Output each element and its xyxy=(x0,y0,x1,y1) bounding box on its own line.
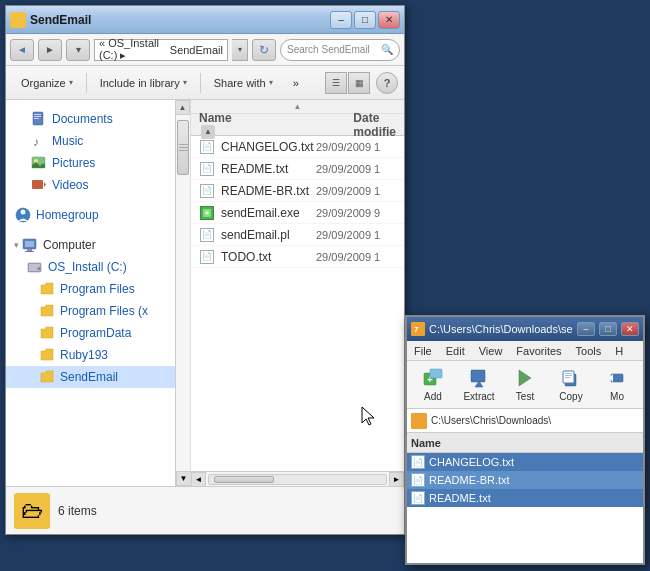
refresh-button[interactable]: ↻ xyxy=(252,39,276,61)
zip-window-icon: 7 xyxy=(411,322,425,336)
file-item-readme-br[interactable]: 📄 README-BR.txt 29/09/2009 1 xyxy=(191,180,404,202)
horiz-scroll-thumb[interactable] xyxy=(214,476,274,483)
ruby-label: Ruby193 xyxy=(60,348,108,362)
dropdown-button[interactable]: ▾ xyxy=(66,39,90,61)
file-item-readme[interactable]: 📄 README.txt 29/09/2009 1 xyxy=(191,158,404,180)
share-with-button[interactable]: Share with ▾ xyxy=(205,70,282,96)
zip-file-readme[interactable]: 📄 README.txt xyxy=(407,489,643,507)
pl-date: 29/09/2009 1 xyxy=(316,229,396,241)
sidebar-item-program-files[interactable]: Program Files xyxy=(6,278,175,300)
forward-button[interactable]: ► xyxy=(38,39,62,61)
sidebar-item-program-files-x[interactable]: Program Files (x xyxy=(6,300,175,322)
view-tile-button[interactable]: ▦ xyxy=(348,72,370,94)
close-button[interactable]: ✕ xyxy=(378,11,400,29)
minimize-button[interactable]: – xyxy=(330,11,352,29)
sidebar-item-documents[interactable]: Documents xyxy=(6,108,175,130)
name-column-header[interactable]: Name ▲ xyxy=(199,111,353,139)
scroll-thumb[interactable] xyxy=(177,120,189,175)
zip-window-title: C:\Users\Chris\Downloads\sendEmai xyxy=(429,323,573,335)
zip-close-button[interactable]: ✕ xyxy=(621,322,639,336)
sidebar-item-programdata[interactable]: ProgramData xyxy=(6,322,175,344)
horiz-scroll-right[interactable]: ► xyxy=(389,472,404,487)
include-library-button[interactable]: Include in library ▾ xyxy=(91,70,196,96)
readme-br-filename: README-BR.txt xyxy=(221,184,316,198)
zip-copy-icon xyxy=(560,367,582,389)
sidebar-item-videos[interactable]: Videos xyxy=(6,174,175,196)
zip-test-button[interactable]: Test xyxy=(503,364,547,406)
horiz-scroll-left[interactable]: ◄ xyxy=(191,472,206,487)
help-button[interactable]: ? xyxy=(376,72,398,94)
zip-menu-help[interactable]: H xyxy=(612,345,626,357)
zip-more-button[interactable]: Mo xyxy=(595,364,639,406)
txt-icon-2: 📄 xyxy=(200,162,214,176)
zip-minimize-button[interactable]: – xyxy=(577,322,595,336)
exe-filename: sendEmail.exe xyxy=(221,206,316,220)
address-dropdown-icon[interactable]: ▾ xyxy=(232,39,248,61)
changelog-filename: CHANGELOG.txt xyxy=(221,140,316,154)
sidebar-spacer xyxy=(6,196,175,204)
zip-test-icon xyxy=(514,367,536,389)
zip-menu-edit[interactable]: Edit xyxy=(443,345,468,357)
zip-maximize-button[interactable]: □ xyxy=(599,322,617,336)
more-options-button[interactable]: » xyxy=(284,70,308,96)
zip-menu-favorites[interactable]: Favorites xyxy=(513,345,564,357)
sidebar-scroll-up[interactable]: ▲ xyxy=(175,100,190,115)
view-detail-button[interactable]: ☰ xyxy=(325,72,347,94)
address-path[interactable]: « OS_Install (C:) ▸ SendEmail xyxy=(94,39,228,61)
zip-file-readme-br[interactable]: 📄 README-BR.txt xyxy=(407,471,643,489)
grip-3 xyxy=(179,150,188,151)
readme-br-date: 29/09/2009 1 xyxy=(316,185,396,197)
exe-date: 29/09/2009 9 xyxy=(316,207,396,219)
zip-more-label: Mo xyxy=(610,391,624,402)
svg-text:7: 7 xyxy=(414,325,419,334)
zip-addr-icon xyxy=(411,413,427,429)
svg-rect-2 xyxy=(34,116,41,117)
zip-menu-tools[interactable]: Tools xyxy=(573,345,605,357)
sidebar-item-computer[interactable]: ▾ Computer xyxy=(6,234,175,256)
zip-file-changelog[interactable]: 📄 CHANGELOG.txt xyxy=(407,453,643,471)
file-item-changelog[interactable]: 📄 CHANGELOG.txt 29/09/2009 1 xyxy=(191,136,404,158)
zip-menu-file[interactable]: File xyxy=(411,345,435,357)
sidebar-item-music[interactable]: ♪ Music xyxy=(6,130,175,152)
sidebar-item-ruby[interactable]: Ruby193 xyxy=(6,344,175,366)
todo-file-icon: 📄 xyxy=(199,249,215,265)
svg-rect-12 xyxy=(25,241,34,247)
zip-addr-text: C:\Users\Chris\Downloads\ xyxy=(431,415,551,426)
horiz-scrollbar[interactable]: ◄ ► xyxy=(191,471,404,486)
sidebar-item-pictures[interactable]: Pictures xyxy=(6,152,175,174)
svg-point-10 xyxy=(21,210,26,215)
horiz-scroll-track xyxy=(208,474,387,485)
scroll-down-arrow[interactable]: ▼ xyxy=(176,471,191,486)
zip-readme-br-name: README-BR.txt xyxy=(429,474,510,486)
sidebar-item-os-install[interactable]: OS_Install (C:) xyxy=(6,256,175,278)
programdata-icon xyxy=(38,324,56,342)
organize-label: Organize xyxy=(21,77,66,89)
organize-button[interactable]: Organize ▾ xyxy=(12,70,82,96)
title-bar-left: SendEmail xyxy=(10,12,91,28)
zip-menu-view[interactable]: View xyxy=(476,345,506,357)
file-item-sendemail-pl[interactable]: 📄 sendEmail.pl 29/09/2009 1 xyxy=(191,224,404,246)
svg-rect-1 xyxy=(34,114,41,115)
file-item-todo[interactable]: 📄 TODO.txt 29/09/2009 1 xyxy=(191,246,404,268)
date-column-header[interactable]: Date modifie xyxy=(353,111,396,139)
address-bar: ◄ ► ▾ « OS_Install (C:) ▸ SendEmail ▾ ↻ … xyxy=(6,34,404,66)
file-list: ▲ Name ▲ Date modifie 📄 CHANGELOG.t xyxy=(191,100,404,486)
search-icon: 🔍 xyxy=(381,44,393,55)
computer-expand-icon: ▾ xyxy=(14,240,19,250)
maximize-button[interactable]: □ xyxy=(354,11,376,29)
zip-extract-button[interactable]: Extract xyxy=(457,364,501,406)
sidebar-scrollbar[interactable]: ▲ ▼ xyxy=(175,100,190,486)
sidebar-item-sendemail[interactable]: SendEmail xyxy=(6,366,175,388)
search-box[interactable]: Search SendEmail 🔍 xyxy=(280,39,400,61)
include-library-arrow-icon: ▾ xyxy=(183,78,187,87)
file-item-sendemail-exe[interactable]: sendEmail.exe 29/09/2009 9 xyxy=(191,202,404,224)
zip-add-icon: + xyxy=(422,367,444,389)
back-button[interactable]: ◄ xyxy=(10,39,34,61)
zip-more-icon xyxy=(606,367,628,389)
zip-copy-button[interactable]: Copy xyxy=(549,364,593,406)
scroll-track xyxy=(176,115,190,471)
sidebar-item-homegroup[interactable]: Homegroup xyxy=(6,204,175,226)
readme-date: 29/09/2009 1 xyxy=(316,163,396,175)
status-bar: 🗁 6 items xyxy=(6,486,404,534)
zip-add-button[interactable]: + Add xyxy=(411,364,455,406)
